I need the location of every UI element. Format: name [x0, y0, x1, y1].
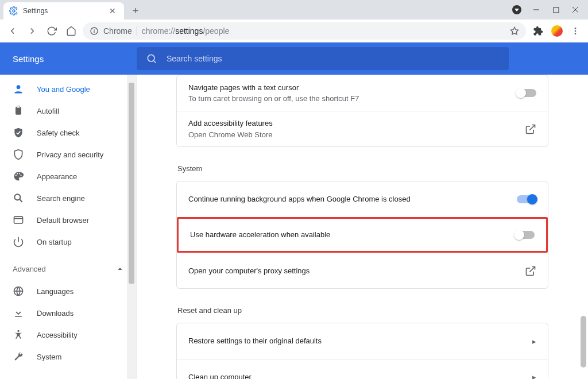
svg-point-6 — [94, 29, 95, 30]
chevron-right-icon: ▸ — [525, 373, 536, 379]
sidebar-label: Languages — [37, 287, 74, 296]
row-proxy-settings[interactable]: Open your computer's proxy settings — [177, 253, 548, 288]
home-button[interactable] — [63, 23, 79, 39]
extensions-icon[interactable] — [533, 26, 543, 36]
sidebar-item-privacy[interactable]: Privacy and security — [0, 144, 136, 165]
svg-point-17 — [16, 175, 17, 176]
sidebar-advanced-toggle[interactable]: Advanced — [0, 257, 136, 280]
sidebar-item-you-and-google[interactable]: You and Google — [0, 78, 136, 100]
svg-point-12 — [148, 55, 154, 61]
menu-dots-icon[interactable] — [571, 26, 580, 36]
sidebar-label: Appearance — [37, 172, 77, 181]
window-titlebar: Settings ✕ + — [0, 0, 588, 20]
sidebar-item-appearance[interactable]: Appearance — [0, 165, 136, 187]
sidebar-item-on-startup[interactable]: On startup — [0, 231, 136, 253]
sidebar-label: Default browser — [37, 216, 89, 225]
sidebar-item-autofill[interactable]: Autofill — [0, 100, 136, 122]
svg-rect-7 — [94, 30, 94, 33]
settings-content: Navigate pages with a text cursor To tur… — [137, 75, 588, 379]
sidebar-label: Search engine — [37, 194, 85, 203]
sidebar-label: Privacy and security — [37, 150, 103, 159]
svg-rect-29 — [15, 316, 22, 317]
clipboard-icon — [13, 105, 24, 117]
tab-close-icon[interactable]: ✕ — [107, 6, 118, 16]
svg-point-20 — [21, 175, 22, 176]
toggle-caret-browsing[interactable] — [517, 89, 536, 97]
person-icon — [13, 83, 24, 95]
window-maximize-icon[interactable] — [551, 5, 560, 14]
toggle-background-apps[interactable] — [517, 195, 536, 203]
omnibox-divider — [137, 26, 137, 36]
svg-marker-8 — [510, 27, 518, 34]
sidebar-label: Downloads — [37, 309, 74, 318]
row-caret-browsing[interactable]: Navigate pages with a text cursor To tur… — [177, 75, 548, 111]
tab-title: Settings — [23, 7, 107, 15]
forward-button[interactable] — [24, 23, 40, 39]
settings-search-input[interactable] — [167, 54, 500, 63]
sidebar-item-languages[interactable]: Languages — [0, 280, 136, 302]
svg-point-19 — [19, 173, 20, 174]
browser-tab[interactable]: Settings ✕ — [3, 2, 124, 20]
sidebar-label: On startup — [37, 238, 72, 246]
new-tab-button[interactable]: + — [127, 3, 144, 19]
row-background-apps[interactable]: Continue running background apps when Go… — [177, 181, 548, 217]
sidebar-label: System — [37, 353, 61, 361]
section-reset-title: Reset and clean up — [177, 306, 548, 315]
open-external-icon — [518, 265, 536, 277]
svg-point-18 — [17, 173, 18, 174]
site-info-icon — [90, 26, 99, 36]
back-button[interactable] — [5, 23, 21, 39]
sidebar-item-accessibility[interactable]: Accessibility — [0, 324, 136, 346]
sidebar-label: Accessibility — [37, 331, 78, 339]
svg-point-9 — [575, 28, 577, 29]
svg-point-11 — [575, 33, 577, 34]
settings-header: Settings — [0, 42, 588, 75]
row-cleanup-computer[interactable]: Clean up computer ▸ — [177, 359, 548, 379]
svg-point-10 — [575, 30, 577, 32]
reset-card: Restore settings to their original defau… — [176, 323, 548, 379]
search-icon — [146, 53, 157, 64]
settings-search[interactable] — [137, 47, 509, 70]
svg-line-13 — [154, 61, 156, 63]
browser-toolbar: Chrome chrome://settings/people — [0, 20, 588, 42]
toggle-hardware-accel[interactable] — [515, 231, 535, 239]
row-title: Add accessibility features — [188, 118, 518, 129]
system-card: Continue running background apps when Go… — [176, 181, 548, 289]
sidebar-item-safety-check[interactable]: Safety check — [0, 122, 136, 144]
shield-icon — [13, 149, 24, 160]
window-minimize-icon[interactable] — [532, 5, 541, 14]
url-text: chrome://settings/people — [142, 26, 230, 36]
profile-avatar-icon[interactable] — [551, 25, 563, 37]
browser-account-icon[interactable] — [512, 5, 521, 14]
advanced-label: Advanced — [13, 265, 46, 273]
sidebar-label: Safety check — [37, 129, 79, 137]
accessibility-icon — [13, 329, 24, 341]
svg-rect-16 — [17, 106, 20, 108]
settings-sidebar: You and Google Autofill Safety check Pri… — [0, 75, 137, 379]
palette-icon — [13, 171, 24, 182]
globe-icon — [13, 285, 24, 297]
svg-rect-2 — [554, 7, 559, 13]
row-hardware-accel[interactable]: Use hardware acceleration when available — [177, 217, 548, 253]
address-bar[interactable]: Chrome chrome://settings/people — [83, 22, 526, 40]
sidebar-item-search-engine[interactable]: Search engine — [0, 187, 136, 209]
svg-marker-26 — [118, 268, 122, 270]
reload-button[interactable] — [44, 23, 60, 39]
sidebar-item-downloads[interactable]: Downloads — [0, 302, 136, 324]
row-title: Clean up computer — [188, 372, 525, 379]
window-close-icon[interactable] — [571, 5, 580, 14]
site-label: Chrome — [103, 26, 132, 36]
wrench-icon — [13, 351, 24, 362]
window-controls — [504, 0, 588, 20]
chevron-up-icon — [117, 265, 123, 272]
row-restore-defaults[interactable]: Restore settings to their original defau… — [177, 323, 548, 359]
bookmark-star-icon[interactable] — [510, 26, 519, 36]
row-subtitle: Open Chrome Web Store — [188, 129, 518, 141]
svg-rect-23 — [14, 216, 23, 223]
sidebar-item-default-browser[interactable]: Default browser — [0, 209, 136, 231]
content-scrollbar[interactable] — [579, 75, 588, 379]
row-add-accessibility[interactable]: Add accessibility features Open Chrome W… — [177, 111, 548, 146]
row-title: Continue running background apps when Go… — [188, 194, 510, 205]
sidebar-item-system[interactable]: System — [0, 346, 136, 368]
sidebar-scrollbar[interactable] — [127, 75, 136, 379]
